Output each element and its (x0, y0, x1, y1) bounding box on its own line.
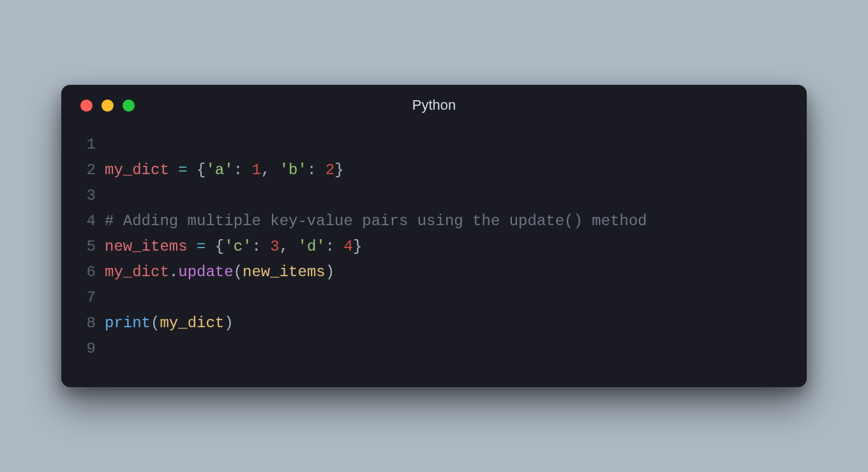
code-token: 'a' (206, 161, 233, 179)
line-number: 8 (74, 311, 105, 336)
code-token: = (197, 238, 206, 255)
code-line: 3 (74, 183, 794, 209)
code-token: new_items (243, 263, 326, 281)
code-token (261, 238, 270, 255)
code-line: 6my_dict.update(new_items) (74, 260, 794, 285)
code-content: new_items = {'c': 3, 'd': 4} (105, 234, 362, 260)
code-token (243, 161, 251, 179)
line-number: 9 (74, 336, 105, 362)
code-token: { (197, 161, 206, 179)
code-token: : (326, 238, 334, 255)
zoom-icon[interactable] (123, 100, 135, 112)
code-token (188, 238, 197, 255)
code-token: ( (151, 314, 160, 332)
window-title: Python (61, 97, 807, 114)
code-line: 7 (74, 285, 794, 311)
code-content: # Adding multiple key-value pairs using … (105, 209, 647, 234)
code-token: } (334, 161, 343, 179)
code-line: 5new_items = {'c': 3, 'd': 4} (74, 234, 794, 260)
code-line: 8print(my_dict) (74, 311, 794, 336)
line-number: 7 (74, 285, 105, 311)
code-token: 'd' (298, 238, 326, 255)
code-token: : (307, 161, 316, 179)
code-token: : (251, 238, 260, 255)
code-token: 'b' (280, 161, 307, 179)
code-token (288, 238, 297, 255)
code-token (188, 161, 197, 179)
close-icon[interactable] (80, 100, 93, 112)
line-number: 5 (74, 234, 105, 260)
code-content: my_dict = {'a': 1, 'b': 2} (105, 158, 344, 183)
code-token: . (169, 263, 178, 281)
code-token: 1 (251, 161, 260, 179)
code-token (169, 161, 178, 179)
code-token: ) (326, 263, 334, 281)
code-token: = (178, 161, 187, 179)
code-line: 9 (74, 336, 794, 362)
line-number: 3 (74, 183, 105, 209)
code-token (206, 238, 214, 255)
code-token: # Adding multiple key-value pairs using … (105, 212, 647, 230)
minimize-icon[interactable] (101, 100, 114, 112)
code-content: print(my_dict) (105, 311, 234, 336)
titlebar: Python (61, 85, 807, 126)
code-token: : (234, 161, 243, 179)
line-number: 4 (74, 209, 105, 234)
code-line: 4# Adding multiple key-value pairs using… (74, 209, 794, 234)
code-token: ) (224, 314, 233, 332)
code-token: update (178, 263, 233, 281)
code-token: , (261, 161, 270, 179)
code-token (270, 161, 279, 179)
code-token: 'c' (224, 238, 251, 255)
line-number: 1 (74, 132, 105, 158)
code-line: 2my_dict = {'a': 1, 'b': 2} (74, 158, 794, 183)
code-token: ( (234, 263, 243, 281)
code-token: , (280, 238, 288, 255)
code-token: my_dict (105, 263, 169, 281)
code-token: { (215, 238, 224, 255)
code-token: print (105, 314, 151, 332)
code-token: new_items (105, 238, 188, 255)
line-number: 2 (74, 158, 105, 183)
code-token: my_dict (160, 314, 224, 332)
code-token: 2 (326, 161, 334, 179)
code-token: } (353, 238, 362, 255)
code-content: my_dict.update(new_items) (105, 260, 334, 285)
code-token: my_dict (105, 161, 169, 179)
code-token: 3 (270, 238, 279, 255)
line-number: 6 (74, 260, 105, 285)
code-line: 1 (74, 132, 794, 158)
code-editor: 12my_dict = {'a': 1, 'b': 2}34# Adding m… (61, 126, 807, 387)
code-token (334, 238, 343, 255)
code-token (316, 161, 325, 179)
code-window: Python 12my_dict = {'a': 1, 'b': 2}34# A… (61, 85, 807, 387)
code-token: 4 (344, 238, 353, 255)
traffic-lights (80, 100, 135, 112)
